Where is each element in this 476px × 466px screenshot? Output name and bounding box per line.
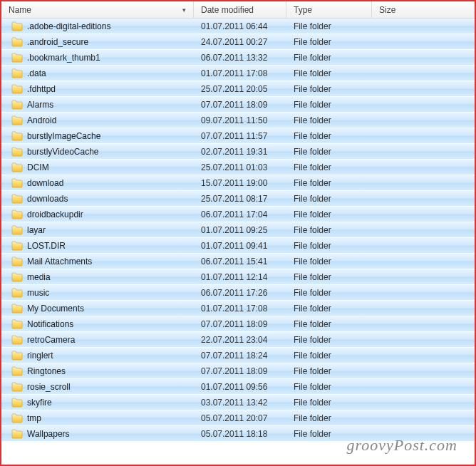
file-type-cell: File folder bbox=[286, 225, 372, 235]
file-name-cell: Notifications bbox=[1, 319, 194, 329]
file-name-label: burstlyVideoCache bbox=[27, 147, 99, 157]
file-row[interactable]: retroCamera22.07.2011 23:04File folder bbox=[1, 332, 475, 348]
file-row[interactable]: Notifications07.07.2011 18:09File folder bbox=[1, 316, 475, 332]
file-name-label: music bbox=[27, 288, 49, 298]
file-row[interactable]: LOST.DIR01.07.2011 09:41File folder bbox=[1, 238, 475, 254]
file-name-cell: burstlyImageCache bbox=[1, 131, 194, 141]
file-row[interactable]: .data01.07.2011 17:08File folder bbox=[1, 66, 475, 81]
file-type-cell: File folder bbox=[286, 84, 372, 94]
file-row[interactable]: layar01.07.2011 09:25File folder bbox=[1, 222, 475, 238]
file-row[interactable]: burstlyImageCache07.07.2011 11:57File fo… bbox=[1, 128, 475, 144]
file-row[interactable]: ringlert07.07.2011 18:24File folder bbox=[1, 348, 475, 363]
folder-icon bbox=[11, 209, 23, 219]
file-type-cell: File folder bbox=[286, 351, 372, 361]
file-date-cell: 05.07.2011 20:07 bbox=[194, 413, 286, 423]
file-name-cell: rosie_scroll bbox=[1, 382, 194, 392]
file-name-label: download bbox=[27, 178, 63, 188]
file-row[interactable]: burstlyVideoCache02.07.2011 19:31File fo… bbox=[1, 144, 475, 160]
file-row[interactable]: tmp05.07.2011 20:07File folder bbox=[1, 410, 475, 426]
file-name-label: layar bbox=[27, 225, 46, 235]
file-name-cell: .adobe-digital-editions bbox=[1, 21, 194, 31]
folder-icon bbox=[11, 68, 23, 78]
file-row[interactable]: skyfire03.07.2011 13:42File folder bbox=[1, 395, 475, 410]
file-row[interactable]: .adobe-digital-editions01.07.2011 06:44F… bbox=[1, 19, 475, 34]
file-date-cell: 25.07.2011 01:03 bbox=[194, 162, 286, 172]
file-name-label: My Documents bbox=[27, 304, 84, 314]
folder-icon bbox=[11, 257, 23, 266]
file-row[interactable]: My Documents01.07.2011 17:08File folder bbox=[1, 301, 475, 316]
file-name-label: .data bbox=[27, 68, 46, 78]
file-type-cell: File folder bbox=[286, 21, 372, 31]
folder-icon bbox=[11, 84, 23, 94]
file-row[interactable]: droidbackupdir06.07.2011 17:04File folde… bbox=[1, 207, 475, 222]
file-name-label: .adobe-digital-editions bbox=[27, 21, 110, 31]
folder-icon bbox=[11, 382, 23, 392]
file-date-cell: 06.07.2011 17:04 bbox=[194, 209, 286, 219]
file-type-cell: File folder bbox=[286, 209, 372, 219]
file-name-cell: droidbackupdir bbox=[1, 209, 194, 219]
folder-icon bbox=[11, 53, 23, 63]
file-name-cell: Mail Attachments bbox=[1, 257, 194, 266]
file-name-label: retroCamera bbox=[27, 335, 75, 345]
column-label: Size bbox=[379, 5, 395, 15]
file-name-cell: Ringtones bbox=[1, 366, 194, 376]
file-date-cell: 06.07.2011 13:32 bbox=[194, 53, 286, 63]
column-label: Type bbox=[294, 5, 312, 15]
file-name-label: .fdhttpd bbox=[27, 84, 56, 94]
file-name-cell: media bbox=[1, 272, 194, 282]
file-date-cell: 01.07.2011 06:44 bbox=[194, 21, 286, 31]
file-row[interactable]: Android09.07.2011 11:50File folder bbox=[1, 113, 475, 128]
file-row[interactable]: Ringtones07.07.2011 18:09File folder bbox=[1, 363, 475, 379]
watermark-text: groovyPost.com bbox=[346, 436, 457, 455]
folder-icon bbox=[11, 100, 23, 110]
file-row[interactable]: Alarms07.07.2011 18:09File folder bbox=[1, 97, 475, 113]
file-row[interactable]: download15.07.2011 19:00File folder bbox=[1, 175, 475, 191]
file-name-cell: LOST.DIR bbox=[1, 241, 194, 251]
file-type-cell: File folder bbox=[286, 304, 372, 314]
file-date-cell: 09.07.2011 11:50 bbox=[194, 115, 286, 125]
file-name-cell: tmp bbox=[1, 413, 194, 423]
file-name-label: .bookmark_thumb1 bbox=[27, 53, 100, 63]
sort-indicator-icon: ▾ bbox=[182, 6, 186, 14]
file-name-cell: burstlyVideoCache bbox=[1, 147, 194, 157]
folder-icon bbox=[11, 178, 23, 188]
file-name-label: Ringtones bbox=[27, 366, 66, 376]
file-name-cell: .data bbox=[1, 68, 194, 78]
file-row[interactable]: .fdhttpd25.07.2011 20:05File folder bbox=[1, 81, 475, 97]
file-date-cell: 07.07.2011 18:09 bbox=[194, 366, 286, 376]
file-row[interactable]: Mail Attachments06.07.2011 15:41File fol… bbox=[1, 254, 475, 269]
file-name-label: Mail Attachments bbox=[27, 257, 92, 266]
folder-icon bbox=[11, 37, 23, 47]
file-name-label: Wallpapers bbox=[27, 429, 70, 439]
column-header-date[interactable]: Date modified bbox=[194, 1, 286, 18]
folder-icon bbox=[11, 131, 23, 141]
file-row[interactable]: .bookmark_thumb106.07.2011 13:32File fol… bbox=[1, 50, 475, 66]
file-rows-container: .adobe-digital-editions01.07.2011 06:44F… bbox=[1, 19, 475, 442]
file-row[interactable]: DCIM25.07.2011 01:03File folder bbox=[1, 160, 475, 175]
file-row[interactable]: music06.07.2011 17:26File folder bbox=[1, 285, 475, 301]
column-header-size[interactable]: Size bbox=[372, 1, 475, 18]
folder-icon bbox=[11, 241, 23, 251]
file-name-label: burstlyImageCache bbox=[27, 131, 100, 141]
column-header-type[interactable]: Type bbox=[286, 1, 372, 18]
file-type-cell: File folder bbox=[286, 194, 372, 204]
file-name-label: Alarms bbox=[27, 100, 53, 110]
folder-icon bbox=[11, 335, 23, 345]
file-name-cell: .fdhttpd bbox=[1, 84, 194, 94]
file-name-label: ringlert bbox=[27, 351, 53, 361]
folder-icon bbox=[11, 429, 23, 439]
file-row[interactable]: rosie_scroll01.07.2011 09:56File folder bbox=[1, 379, 475, 395]
file-type-cell: File folder bbox=[286, 100, 372, 110]
file-type-cell: File folder bbox=[286, 131, 372, 141]
file-name-label: tmp bbox=[27, 413, 41, 423]
file-row[interactable]: .android_secure24.07.2011 00:27File fold… bbox=[1, 34, 475, 50]
file-type-cell: File folder bbox=[286, 398, 372, 408]
file-row[interactable]: downloads25.07.2011 08:17File folder bbox=[1, 191, 475, 207]
folder-icon bbox=[11, 319, 23, 329]
file-row[interactable]: media01.07.2011 12:14File folder bbox=[1, 269, 475, 285]
file-name-cell: music bbox=[1, 288, 194, 298]
folder-icon bbox=[11, 194, 23, 204]
column-header-name[interactable]: Name ▾ bbox=[1, 1, 194, 18]
folder-icon bbox=[11, 398, 23, 408]
file-name-label: skyfire bbox=[27, 398, 52, 408]
